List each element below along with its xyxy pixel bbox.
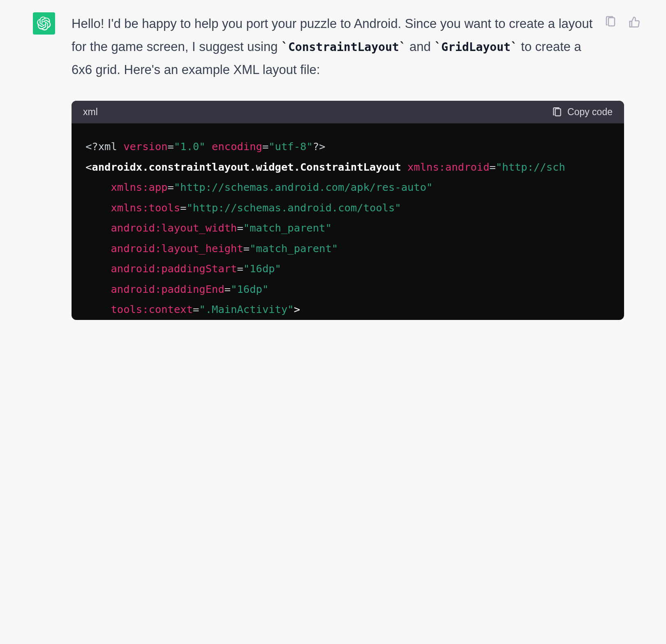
svg-rect-0 — [555, 109, 561, 116]
inline-code-2: `GridLayout` — [434, 40, 517, 54]
svg-rect-1 — [608, 18, 615, 26]
message-main: Hello! I'd be happy to help you port you… — [72, 12, 641, 320]
code-language-label: xml — [83, 107, 98, 118]
message-container: Hello! I'd be happy to help you port you… — [0, 0, 666, 320]
openai-icon — [37, 16, 51, 30]
clipboard-icon — [604, 16, 617, 28]
message-actions — [604, 15, 641, 29]
thumbs-up-button[interactable] — [627, 15, 641, 29]
copy-message-button[interactable] — [604, 15, 617, 29]
clipboard-icon — [552, 107, 562, 118]
inline-code-1: `ConstraintLayout` — [281, 40, 406, 54]
assistant-text: Hello! I'd be happy to help you port you… — [72, 12, 641, 81]
code-body[interactable]: <?xml version="1.0" encoding="utf-8"?><a… — [72, 123, 624, 320]
prose-part2: and — [406, 39, 435, 54]
copy-code-label: Copy code — [567, 107, 613, 118]
copy-code-button[interactable]: Copy code — [552, 107, 613, 118]
code-block: xml Copy code <?xml version="1.0" encodi… — [72, 101, 624, 320]
assistant-avatar — [33, 12, 55, 35]
code-header: xml Copy code — [72, 101, 624, 123]
thumbs-up-icon — [628, 16, 641, 28]
